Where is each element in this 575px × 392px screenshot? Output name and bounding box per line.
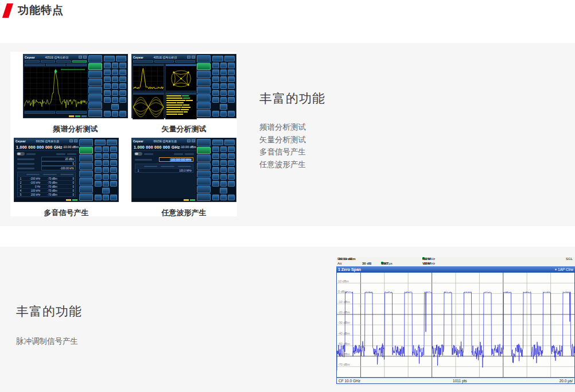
inst-keypad-button	[119, 90, 126, 96]
multitone-table: 1-200 kHz-70 dBm02-100 kHz-70 dBm030 Hz-…	[17, 172, 76, 197]
inst-keypad-button	[104, 69, 111, 75]
inst-keypad-button	[104, 76, 111, 82]
frequency-readout: 1.000 000 000 000 GHz	[134, 145, 180, 149]
softkey-menu	[88, 55, 103, 118]
inst-keypad-button	[220, 69, 227, 75]
inst-softkey-button	[197, 79, 211, 86]
inst-softkey-button	[197, 110, 211, 117]
inst-softkey-button	[197, 193, 211, 201]
modulation-toggle	[17, 152, 25, 156]
feature-item: 矢量分析测试	[259, 134, 306, 146]
inst-keypad-button	[220, 90, 227, 96]
inst-keypad-button	[112, 111, 119, 117]
inst-keypad-button	[220, 63, 227, 68]
inst-keypad-button	[228, 111, 235, 117]
inst-keypad-button	[220, 167, 227, 173]
inst-keypad-button	[104, 63, 111, 68]
rs-plot-area: 10 dBm0 dBm-10 dBm-20 dBm-30 dBm-40 dBm-…	[336, 273, 575, 378]
inst-softkey-button	[197, 147, 211, 154]
svg-text:-10 dBm: -10 dBm	[338, 300, 350, 304]
inst-keypad-button	[95, 153, 102, 159]
red-slash-icon	[2, 3, 13, 18]
inst-keypad-button	[212, 56, 223, 61]
screenshot-multitone: Ceyear 6915E 信号发生器 1.000 000 000 000 GHz…	[14, 138, 119, 202]
caption-vector: 矢量分析测试	[131, 124, 236, 134]
inst-keypad-button	[110, 153, 117, 159]
vsa-spectrum-quadrant	[133, 64, 164, 91]
inst-keypad-button	[220, 153, 227, 159]
inst-keypad-button	[112, 90, 119, 96]
inst-keypad-button	[228, 90, 235, 96]
inst-keypad-button	[110, 146, 117, 152]
inst-softkey-button	[88, 79, 102, 86]
ceyear-logo: Ceyear	[133, 56, 143, 59]
inst-keypad-button	[212, 63, 219, 68]
inst-keypad-button	[103, 195, 110, 200]
inst-keypad-button	[228, 153, 235, 159]
rs-window-tab: 1 Zero Span 1AP Clrw	[336, 266, 575, 273]
inst-keypad-button	[103, 167, 110, 173]
inst-keypad-button	[212, 195, 219, 200]
close-icon	[74, 139, 77, 142]
softkey-menu	[79, 138, 94, 201]
inst-softkey-button	[197, 162, 211, 170]
table-row: 30 Hz-70 dBm0	[18, 184, 75, 188]
screenshot-zero-span: Ref Level 20.00 dBm RBW 10 MHz SGL Att 3…	[336, 257, 575, 386]
minimize-icon	[69, 139, 73, 142]
svg-text:-50 dBm: -50 dBm	[338, 342, 350, 346]
table-row: 1100.0 MHz	[135, 168, 193, 172]
inst-keypad-button	[111, 104, 119, 110]
inst-keypad-button	[103, 181, 110, 187]
inst-keypad-button	[110, 195, 117, 200]
inst-softkey-button	[197, 71, 211, 78]
frequency-readout-row: 1.000 000 000 000 GHz -10.00 dBm	[14, 143, 79, 151]
inst-keypad-button	[228, 167, 235, 173]
inst-titlebar: Ceyear 4051E 信号分析仪	[24, 55, 88, 60]
inst-keypad	[211, 55, 236, 118]
inst-keypad-button	[116, 56, 127, 61]
inst-keypad-button	[228, 69, 235, 75]
inst-keypad-button	[104, 56, 115, 61]
inst-keypad-button	[212, 181, 219, 187]
inst-keypad-button	[220, 97, 227, 103]
inst-keypad-button	[228, 97, 235, 103]
inst-keypad-button	[212, 97, 219, 103]
field-value: 5	[41, 161, 76, 166]
inst-softkey-button	[88, 110, 102, 117]
inst-keypad-button	[95, 160, 102, 166]
minimize-icon	[187, 139, 191, 142]
close-icon	[192, 56, 195, 59]
inst-keypad-button	[220, 188, 227, 193]
inst-keypad-button	[228, 181, 235, 187]
inst-softkey-button	[197, 55, 211, 63]
caption-multitone: 多音信号产生	[14, 208, 119, 218]
inst-titlebar: Ceyear 6915E 信号发生器	[132, 138, 196, 143]
inst-keypad-button	[119, 111, 126, 117]
inst-keypad-button	[112, 63, 119, 68]
inst-keypad-button	[220, 83, 227, 89]
svg-text:-30 dBm: -30 dBm	[338, 321, 350, 324]
inst-keypad-button	[212, 146, 219, 152]
table-row: 4100 kHz-70 dBm0	[18, 188, 75, 192]
inst-titlebar: Ceyear 6915E 信号发生器	[14, 138, 79, 143]
arb-table: 1100.0 MHz	[135, 164, 193, 173]
ceyear-logo: Ceyear	[25, 56, 35, 59]
page: 功能特点 Ceyear 4051E 信号分析仪	[0, 0, 575, 392]
inst-keypad-button	[95, 139, 106, 145]
inst-window-title: 4051E 信号分析仪	[145, 56, 186, 59]
inst-softkey-button	[79, 193, 93, 201]
rs-header-row2: Att 30 dB SWT 200 µs VBW 10 MHz	[336, 262, 575, 266]
inst-keypad-button	[95, 167, 102, 173]
feature-item: 任意波形产生	[259, 158, 306, 171]
inst-keypad-button	[212, 167, 219, 173]
inst-keypad-button	[228, 83, 235, 89]
inst-keypad-button	[103, 146, 110, 152]
inst-softkey-button	[88, 71, 102, 78]
inst-softkey-button	[88, 94, 102, 102]
inst-softkey-button	[88, 55, 102, 63]
inst-keypad-button	[119, 63, 126, 68]
center-frequency: CF 10.0 GHz	[339, 379, 360, 383]
inst-keypad-button	[212, 83, 219, 89]
inst-window-title: 6915E 信号发生器	[27, 139, 68, 143]
inst-softkey-button	[197, 170, 211, 178]
